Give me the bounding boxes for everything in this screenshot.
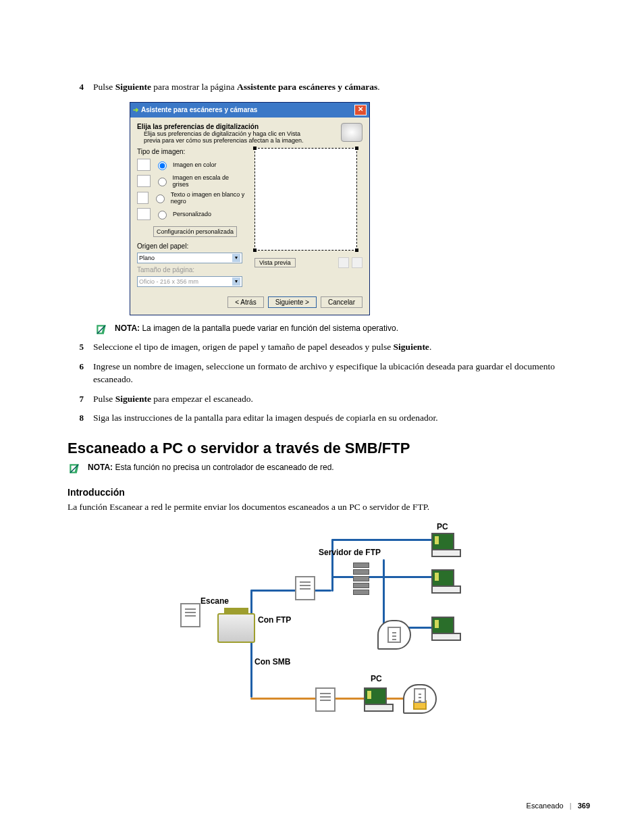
step-body: Pulse Siguiente para mostrar la página A… <box>84 81 590 94</box>
size-value: Oficio - 216 x 356 mm <box>139 278 198 285</box>
close-icon[interactable]: ✕ <box>354 105 367 115</box>
radio-custom-label: Personalizado <box>173 211 211 217</box>
preview-button[interactable]: Vista previa <box>254 258 296 267</box>
step-number: 4 <box>68 81 84 94</box>
step-5: 5 Seleccione el tipo de imagen, origen d… <box>68 341 590 354</box>
conftp-label: Con FTP <box>258 615 291 625</box>
folder-bubble-icon <box>403 684 437 714</box>
escane-label: Escane <box>200 596 229 606</box>
intro-heading: Introducción <box>68 487 590 498</box>
origin-label: Origen del papel: <box>137 242 245 250</box>
wizard-heading-block: Elija las preferencias de digitalización… <box>137 123 313 144</box>
note-label: NOTA: <box>115 323 140 333</box>
network-diagram: Escane Con FTP Con SMB Servidor de FTP P… <box>180 522 477 738</box>
preview-area <box>254 148 357 251</box>
pc-icon <box>431 617 461 641</box>
doc-bubble-icon <box>377 620 411 650</box>
step-number: 5 <box>68 341 84 354</box>
origin-dropdown[interactable]: Plano ▾ <box>137 253 242 263</box>
mfp-icon <box>217 613 255 643</box>
step-4: 4 Pulse Siguiente para mostrar la página… <box>68 81 590 94</box>
step-number: 7 <box>68 393 84 406</box>
window-title: Asistente para escáneres y cámaras <box>141 106 257 113</box>
step-number: 8 <box>68 412 84 425</box>
step-body: Ingrese un nombre de imagen, seleccione … <box>84 361 590 386</box>
custom-image-icon <box>137 208 151 220</box>
next-button[interactable]: Siguiente > <box>268 296 317 308</box>
footer-separator: | <box>570 802 572 810</box>
radio-color-label: Imagen en color <box>173 161 217 168</box>
note-label: NOTA: <box>88 463 113 472</box>
radio-gray-label: Imagen en escala de grises <box>173 174 245 188</box>
wizard-icon: ➔ <box>133 106 138 113</box>
color-image-icon <box>137 159 151 171</box>
size-label: Tamaño de página: <box>137 266 245 273</box>
radio-color-input[interactable] <box>158 161 167 170</box>
pc-icon <box>431 569 461 594</box>
back-button[interactable]: < Atrás <box>227 296 263 308</box>
document-icon <box>180 603 200 627</box>
wizard-subheading: Elija sus preferencias de digitalización… <box>137 130 313 144</box>
cancel-button[interactable]: Cancelar <box>321 296 363 308</box>
step-8: 8 Siga las instrucciones de la pantalla … <box>68 412 590 425</box>
radio-gray[interactable]: Imagen en escala de grises <box>137 174 245 188</box>
radio-bw-label: Texto o imagen en blanco y negro <box>171 191 245 205</box>
radio-gray-input[interactable] <box>158 178 167 186</box>
radio-color[interactable]: Imagen en color <box>137 159 245 171</box>
pc-icon <box>364 687 394 712</box>
wizard-window: ➔ Asistente para escáneres y cámaras ✕ E… <box>130 102 370 315</box>
document-icon <box>387 627 401 643</box>
note-text: La imagen de la pantalla puede variar en… <box>140 323 398 333</box>
pc-icon <box>431 533 461 557</box>
document-icon <box>414 688 426 703</box>
scanner-icon <box>341 123 363 142</box>
server-icon <box>353 563 369 595</box>
intro-body: La función Escanear a red le permite env… <box>68 502 590 513</box>
wizard-heading: Elija las preferencias de digitalización <box>137 123 259 130</box>
type-label: Tipo de imagen: <box>137 148 245 155</box>
titlebar: ➔ Asistente para escáneres y cámaras ✕ <box>130 103 369 118</box>
bw-image-icon <box>137 192 149 204</box>
gray-image-icon <box>137 175 151 187</box>
note-text: Esta función no precisa un controlador d… <box>113 463 334 472</box>
radio-custom-input[interactable] <box>158 211 167 219</box>
chevron-down-icon: ▾ <box>232 278 240 286</box>
consmb-label: Con SMB <box>254 657 290 667</box>
radio-bw[interactable]: Texto o imagen en blanco y negro <box>137 191 245 205</box>
pc-top-label: PC <box>437 522 448 531</box>
pc-bottom-label: PC <box>371 674 382 683</box>
step-7: 7 Pulse Siguiente para empezar el escane… <box>68 393 590 406</box>
step-number: 6 <box>68 361 84 386</box>
step-body: Siga las instrucciones de la pantalla pa… <box>84 412 590 425</box>
origin-value: Plano <box>139 255 155 261</box>
custom-config-button[interactable]: Configuración personalizada <box>153 226 237 237</box>
size-dropdown: Oficio - 216 x 356 mm ▾ <box>137 276 242 287</box>
footer-section: Escaneado <box>527 802 564 810</box>
page-footer: Escaneado | 369 <box>527 802 590 810</box>
note-icon <box>95 323 108 336</box>
section-title: Escaneado a PC o servidor a través de SM… <box>68 440 590 457</box>
radio-bw-input[interactable] <box>156 194 165 203</box>
note-1: NOTA: La imagen de la pantalla puede var… <box>95 323 590 336</box>
ftp-label: Servidor de FTP <box>319 548 381 557</box>
zoom-icon[interactable] <box>338 257 349 268</box>
document-icon <box>315 687 336 712</box>
expand-icon[interactable] <box>352 257 363 268</box>
step-6: 6 Ingrese un nombre de imagen, seleccion… <box>68 361 590 386</box>
page-number: 369 <box>578 802 590 810</box>
note-2: NOTA: Esta función no precisa un control… <box>68 463 590 475</box>
chevron-down-icon: ▾ <box>232 254 240 262</box>
note-icon <box>68 463 81 475</box>
document-icon <box>295 576 315 600</box>
radio-custom[interactable]: Personalizado <box>137 208 245 220</box>
